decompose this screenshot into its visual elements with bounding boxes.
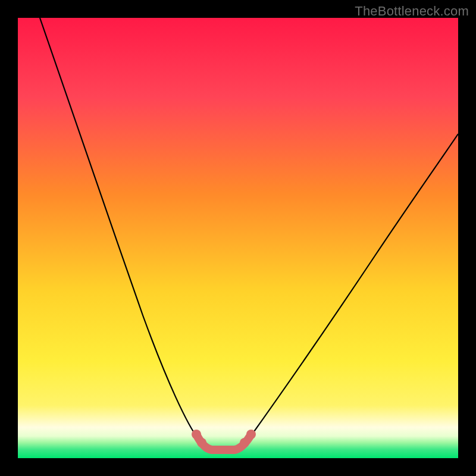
gradient-bg — [18, 18, 458, 458]
plot-area — [18, 18, 458, 458]
chart-frame: TheBottleneck.com — [0, 0, 476, 476]
chart-svg — [18, 18, 458, 458]
svg-point-1 — [197, 438, 206, 447]
watermark-text: TheBottleneck.com — [355, 4, 469, 19]
svg-point-3 — [246, 430, 256, 439]
svg-point-2 — [240, 438, 249, 447]
svg-point-0 — [192, 430, 201, 439]
